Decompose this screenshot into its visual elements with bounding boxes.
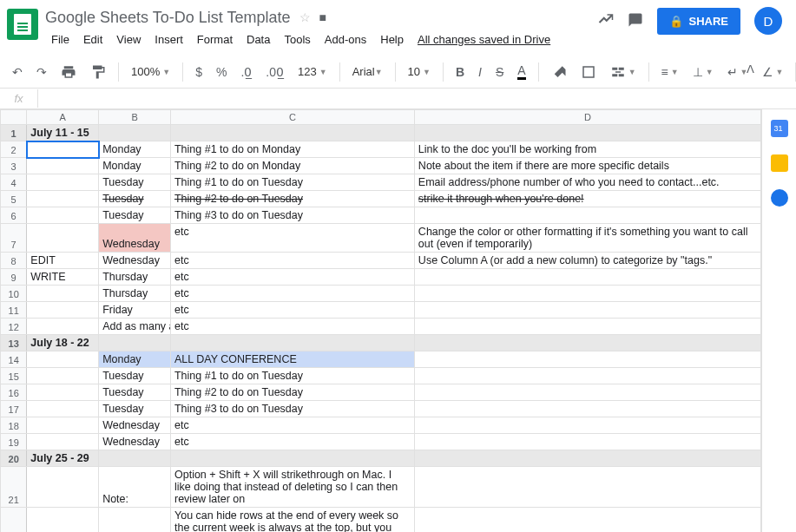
cell[interactable]: Tuesday xyxy=(99,174,171,191)
redo-icon[interactable]: ↷ xyxy=(31,62,52,82)
increase-decimal-icon[interactable]: .00̲ xyxy=(260,62,289,82)
row-header[interactable]: 13 xyxy=(1,335,27,351)
cell[interactable]: Friday xyxy=(99,302,171,319)
menu-help[interactable]: Help xyxy=(374,30,410,49)
currency-icon[interactable]: $ xyxy=(190,62,207,82)
cell[interactable]: Thursday xyxy=(99,269,171,286)
folder-icon[interactable]: ■ xyxy=(319,10,326,24)
cell[interactable]: July 25 - 29 xyxy=(27,450,99,467)
save-status[interactable]: All changes saved in Drive xyxy=(411,30,556,49)
zoom-select[interactable]: 100%▼ xyxy=(126,62,175,82)
merge-icon[interactable]: ▼ xyxy=(605,61,641,83)
cell[interactable]: Wednesday xyxy=(99,253,171,269)
cell[interactable]: Tuesday xyxy=(99,191,171,207)
cell[interactable]: etc xyxy=(170,302,414,319)
tasks-icon[interactable] xyxy=(771,189,788,207)
row-header[interactable]: 9 xyxy=(1,269,27,286)
cell[interactable] xyxy=(414,351,760,368)
cell[interactable] xyxy=(27,351,99,368)
menu-addons[interactable]: Add-ons xyxy=(319,30,372,49)
row-header[interactable]: 21 xyxy=(1,467,27,508)
cell[interactable]: etc xyxy=(170,417,414,434)
cell[interactable]: strike it through when you're done! xyxy=(414,191,760,207)
sheets-logo-icon[interactable] xyxy=(7,9,38,40)
cell[interactable]: Thing #2 to do on Monday xyxy=(170,158,414,174)
row-header[interactable]: 20 xyxy=(1,450,27,467)
row-header[interactable]: 12 xyxy=(1,319,27,335)
row-header[interactable]: 17 xyxy=(1,401,27,417)
cell[interactable] xyxy=(27,286,99,302)
cell[interactable]: Link to the doc you'll be working from xyxy=(414,141,760,158)
spreadsheet-grid[interactable]: A B C D 1July 11 - 152MondayThing #1 to … xyxy=(0,109,761,532)
account-avatar[interactable]: D xyxy=(754,7,782,35)
cell[interactable] xyxy=(99,125,171,141)
cell[interactable]: Monday xyxy=(99,158,171,174)
italic-icon[interactable]: I xyxy=(473,62,487,82)
cell[interactable]: Thursday xyxy=(99,286,171,302)
cell[interactable] xyxy=(414,368,760,384)
cell[interactable] xyxy=(99,335,171,351)
print-icon[interactable] xyxy=(56,61,82,83)
cell[interactable] xyxy=(414,467,760,508)
menu-insert[interactable]: Insert xyxy=(148,30,189,49)
cell[interactable]: WRITE xyxy=(27,269,99,286)
percent-icon[interactable]: % xyxy=(211,62,232,82)
cell[interactable]: Monday xyxy=(99,141,171,158)
cell[interactable] xyxy=(27,467,99,508)
text-color-icon[interactable]: A xyxy=(512,60,530,83)
paint-format-icon[interactable] xyxy=(85,61,111,83)
cell[interactable] xyxy=(414,384,760,401)
col-header-b[interactable]: B xyxy=(99,110,171,125)
cell[interactable]: etc xyxy=(170,434,414,450)
cell[interactable]: Tuesday xyxy=(99,207,171,224)
fx-icon[interactable]: fx xyxy=(0,89,38,108)
cell[interactable]: Wednesday xyxy=(99,224,171,253)
cell[interactable] xyxy=(414,401,760,417)
cell[interactable] xyxy=(170,450,414,467)
col-header-c[interactable]: C xyxy=(170,110,414,125)
row-header[interactable]: 19 xyxy=(1,434,27,450)
cell[interactable]: Add as many as xyxy=(99,319,171,335)
cell[interactable] xyxy=(414,434,760,450)
menu-view[interactable]: View xyxy=(110,30,147,49)
explore-icon[interactable] xyxy=(598,12,614,30)
row-header[interactable]: 2 xyxy=(1,141,27,158)
star-icon[interactable]: ☆ xyxy=(299,10,311,24)
cell[interactable] xyxy=(414,319,760,335)
h-align-icon[interactable]: ≡▼ xyxy=(656,62,684,82)
strikethrough-icon[interactable]: S xyxy=(490,62,509,82)
col-header-d[interactable]: D xyxy=(414,110,760,125)
cell[interactable]: Change the color or other formatting if … xyxy=(414,224,760,253)
decrease-decimal-icon[interactable]: .0̲ xyxy=(235,62,257,82)
cell[interactable] xyxy=(414,450,760,467)
cell[interactable] xyxy=(414,302,760,319)
share-button[interactable]: 🔒 SHARE xyxy=(657,8,740,35)
cell[interactable] xyxy=(414,508,760,533)
formula-input[interactable] xyxy=(38,90,796,107)
undo-icon[interactable]: ↶ xyxy=(7,62,28,82)
cell[interactable]: etc xyxy=(170,319,414,335)
cell[interactable] xyxy=(414,269,760,286)
cell[interactable] xyxy=(27,508,99,533)
cell[interactable] xyxy=(27,158,99,174)
row-header[interactable]: 18 xyxy=(1,417,27,434)
cell[interactable]: Thing #1 to do on Tuesday xyxy=(170,368,414,384)
cell[interactable] xyxy=(27,368,99,384)
cell[interactable] xyxy=(414,335,760,351)
cell[interactable]: Monday xyxy=(99,351,171,368)
cell[interactable] xyxy=(27,224,99,253)
collapse-toolbar-icon[interactable]: ᐱ xyxy=(747,62,754,76)
borders-icon[interactable] xyxy=(576,61,602,83)
cell[interactable]: Wednesday xyxy=(99,434,171,450)
cell[interactable] xyxy=(99,450,171,467)
row-header[interactable]: 7 xyxy=(1,224,27,253)
row-header[interactable]: 16 xyxy=(1,384,27,401)
col-header-a[interactable]: A xyxy=(27,110,99,125)
fill-color-icon[interactable] xyxy=(546,61,572,83)
menu-tools[interactable]: Tools xyxy=(278,30,316,49)
menu-edit[interactable]: Edit xyxy=(77,30,109,49)
cell[interactable]: Note: xyxy=(99,508,171,533)
cell[interactable]: Note: xyxy=(99,467,171,508)
cell[interactable] xyxy=(27,207,99,224)
cell[interactable]: Tuesday xyxy=(99,368,171,384)
